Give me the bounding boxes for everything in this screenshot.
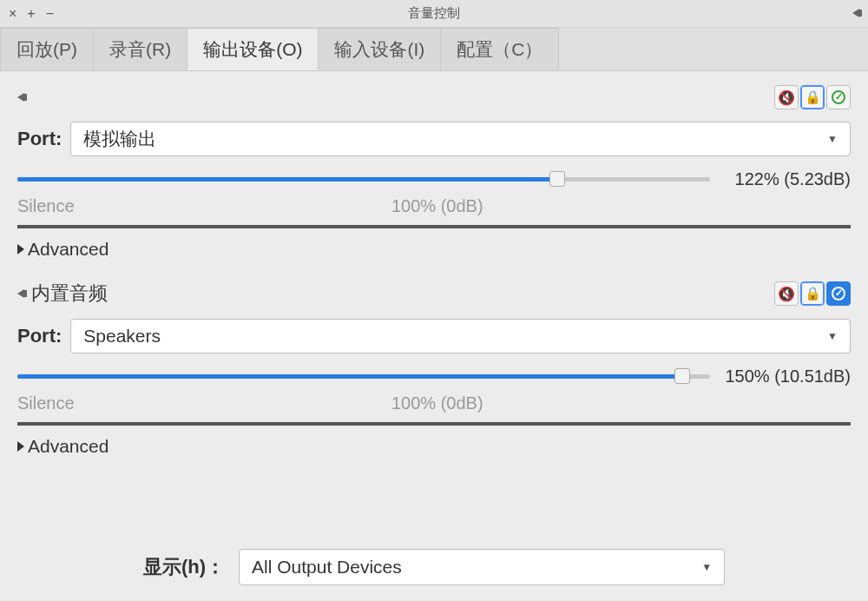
volume-readout: 122% (5.23dB) bbox=[720, 169, 851, 189]
set-default-button[interactable] bbox=[826, 85, 851, 109]
port-label: Port: bbox=[17, 128, 62, 150]
expand-icon bbox=[17, 441, 24, 452]
window-title: 音量控制 bbox=[0, 5, 868, 22]
silence-label: Silence bbox=[17, 393, 75, 413]
port-row: Port: 模拟输出 ▼ bbox=[17, 122, 851, 156]
silence-label: Silence bbox=[17, 196, 75, 216]
advanced-label: Advanced bbox=[28, 436, 108, 457]
device-name: 内置音频 bbox=[31, 281, 108, 307]
scale-labels: Silence 100% (0dB) bbox=[17, 393, 703, 413]
speaker-icon bbox=[17, 289, 24, 298]
show-filter-select[interactable]: All Output Devices ▼ bbox=[239, 549, 725, 585]
lock-channels-button[interactable]: 🔒 bbox=[800, 85, 825, 109]
port-value: Speakers bbox=[83, 326, 161, 347]
footer: 显示(h)： All Output Devices ▼ bbox=[0, 549, 868, 585]
set-default-button[interactable] bbox=[826, 281, 851, 306]
port-select[interactable]: Speakers ▼ bbox=[70, 319, 851, 353]
center-label: 100% (0dB) bbox=[391, 196, 483, 216]
mute-button[interactable]: 🔇 bbox=[774, 85, 799, 109]
device-header: 🔇 🔒 bbox=[17, 80, 851, 115]
volume-slider[interactable] bbox=[17, 177, 710, 182]
check-icon bbox=[832, 90, 845, 104]
device-buttons: 🔇 🔒 bbox=[774, 85, 851, 109]
device-title bbox=[17, 93, 31, 102]
tab-configuration[interactable]: 配置（C） bbox=[440, 28, 559, 70]
mute-button[interactable]: 🔇 bbox=[774, 281, 799, 306]
slider-thumb[interactable] bbox=[674, 368, 690, 384]
volume-readout: 150% (10.51dB) bbox=[720, 367, 851, 386]
tab-input-devices[interactable]: 输入设备(I) bbox=[318, 28, 441, 70]
device-header: 内置音频 🔇 🔒 bbox=[17, 275, 851, 312]
device-buttons: 🔇 🔒 bbox=[774, 281, 851, 306]
port-label: Port: bbox=[17, 325, 62, 347]
center-label: 100% (0dB) bbox=[391, 393, 483, 413]
lock-icon: 🔒 bbox=[805, 286, 821, 301]
slider-fill bbox=[17, 374, 682, 379]
level-meter bbox=[17, 422, 851, 426]
scale-labels: Silence 100% (0dB) bbox=[17, 196, 703, 216]
lock-icon: 🔒 bbox=[805, 89, 821, 105]
mute-icon: 🔇 bbox=[778, 89, 795, 106]
slider-fill bbox=[17, 177, 557, 182]
tab-bar: 回放(P) 录音(R) 输出设备(O) 输入设备(I) 配置（C） bbox=[0, 28, 868, 71]
volume-slider[interactable] bbox=[17, 374, 710, 379]
show-filter-value: All Output Devices bbox=[252, 557, 402, 578]
chevron-down-icon: ▼ bbox=[827, 133, 838, 145]
slider-thumb[interactable] bbox=[549, 171, 565, 187]
close-button[interactable]: × bbox=[9, 6, 16, 22]
maximize-button[interactable]: + bbox=[27, 6, 35, 22]
titlebar: × + − 音量控制 bbox=[0, 0, 868, 28]
content-area: 🔇 🔒 Port: 模拟输出 ▼ 122% (5.23dB) Silence 1… bbox=[0, 71, 868, 490]
minimize-button[interactable]: − bbox=[46, 6, 54, 22]
tab-playback[interactable]: 回放(P) bbox=[0, 28, 94, 70]
tab-output-devices[interactable]: 输出设备(O) bbox=[187, 28, 319, 70]
window-controls: × + − bbox=[0, 6, 54, 22]
device-title: 内置音频 bbox=[17, 281, 108, 307]
output-device: 内置音频 🔇 🔒 Port: Speakers ▼ 150% (10.51dB)… bbox=[17, 275, 851, 457]
advanced-toggle[interactable]: Advanced bbox=[17, 436, 851, 457]
advanced-label: Advanced bbox=[28, 239, 108, 260]
mute-icon: 🔇 bbox=[778, 286, 795, 302]
app-icon bbox=[852, 5, 859, 21]
expand-icon bbox=[17, 244, 24, 254]
show-label: 显示(h)： bbox=[143, 554, 225, 580]
output-device: 🔇 🔒 Port: 模拟输出 ▼ 122% (5.23dB) Silence 1… bbox=[17, 80, 851, 260]
level-meter bbox=[17, 225, 851, 228]
check-icon bbox=[832, 287, 845, 300]
lock-channels-button[interactable]: 🔒 bbox=[800, 281, 825, 306]
port-select[interactable]: 模拟输出 ▼ bbox=[70, 122, 851, 156]
volume-slider-row: 150% (10.51dB) bbox=[17, 364, 851, 388]
port-row: Port: Speakers ▼ bbox=[17, 319, 851, 353]
volume-slider-row: 122% (5.23dB) bbox=[17, 167, 851, 191]
chevron-down-icon: ▼ bbox=[701, 561, 712, 573]
advanced-toggle[interactable]: Advanced bbox=[17, 239, 851, 260]
port-value: 模拟输出 bbox=[83, 127, 156, 151]
tab-recording[interactable]: 录音(R) bbox=[93, 28, 187, 70]
chevron-down-icon: ▼ bbox=[827, 330, 838, 342]
speaker-icon bbox=[852, 9, 859, 17]
speaker-icon bbox=[17, 93, 24, 102]
